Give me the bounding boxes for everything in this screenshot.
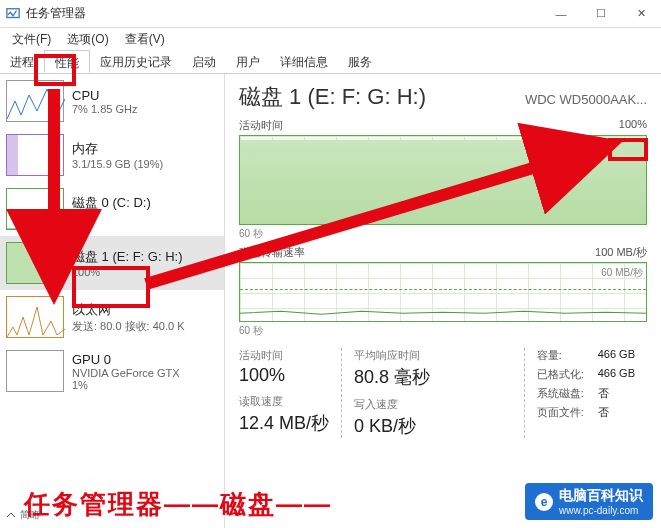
sidebar-item-sub: NVIDIA GeForce GTX	[72, 367, 180, 379]
tab-processes[interactable]: 进程	[0, 50, 44, 73]
svg-line-4	[146, 148, 600, 284]
chevron-up-icon	[6, 510, 16, 520]
tab-users[interactable]: 用户	[226, 50, 270, 73]
menu-bar: 文件(F) 选项(O) 查看(V)	[0, 28, 661, 50]
sidebar-item-sub2: 1%	[72, 379, 180, 391]
tab-details[interactable]: 详细信息	[270, 50, 338, 73]
active-time-stat-value: 100%	[239, 365, 329, 386]
pagefile-value: 否	[598, 405, 635, 420]
minimize-button[interactable]: —	[541, 0, 581, 28]
detail-title: 磁盘 1 (E: F: G: H:)	[239, 82, 426, 112]
sidebar-item-label: CPU	[72, 88, 137, 103]
active-time-max: 100%	[619, 118, 647, 133]
throughput-xaxis: 60 秒	[239, 324, 647, 338]
close-button[interactable]: ✕	[621, 0, 661, 28]
watermark: e 电脑百科知识 www.pc-daily.com	[525, 483, 653, 520]
sidebar-item-gpu0[interactable]: GPU 0 NVIDIA GeForce GTX 1%	[0, 344, 224, 398]
app-icon	[6, 7, 20, 21]
tab-app-history[interactable]: 应用历史记录	[90, 50, 182, 73]
active-time-stat-label: 活动时间	[239, 348, 329, 363]
detail-model: WDC WD5000AAK...	[525, 92, 647, 107]
annotation-arrow-down	[39, 89, 69, 273]
gpu0-thumb	[6, 350, 64, 392]
read-speed-label: 读取速度	[239, 394, 329, 409]
sysdisk-label: 系统磁盘:	[537, 386, 584, 401]
sysdisk-value: 否	[598, 386, 635, 401]
sidebar-item-sub: 7% 1.85 GHz	[72, 103, 137, 115]
tab-strip: 进程 性能 应用历史记录 启动 用户 详细信息 服务	[0, 50, 661, 74]
sidebar-item-label: GPU 0	[72, 352, 180, 367]
annotation-caption: 任务管理器——磁盘——	[24, 487, 332, 522]
tab-performance[interactable]: 性能	[44, 50, 90, 73]
watermark-brand: 电脑百科知识	[559, 487, 643, 503]
ethernet-thumb	[6, 296, 64, 338]
avg-response-label: 平均响应时间	[354, 348, 430, 363]
pagefile-label: 页面文件:	[537, 405, 584, 420]
maximize-button[interactable]: ☐	[581, 0, 621, 28]
menu-options[interactable]: 选项(O)	[59, 31, 116, 48]
stats-row: 活动时间 100% 读取速度 12.4 MB/秒 平均响应时间 80.8 毫秒 …	[239, 348, 647, 438]
menu-file[interactable]: 文件(F)	[4, 31, 59, 48]
read-speed-value: 12.4 MB/秒	[239, 411, 329, 435]
capacity-label: 容量:	[537, 348, 584, 363]
menu-view[interactable]: 查看(V)	[117, 31, 173, 48]
formatted-value: 466 GB	[598, 367, 635, 382]
write-speed-label: 写入速度	[354, 397, 430, 412]
watermark-icon: e	[535, 493, 553, 511]
sidebar-item-cpu[interactable]: CPU 7% 1.85 GHz	[0, 74, 224, 128]
capacity-value: 466 GB	[598, 348, 635, 363]
title-bar: 任务管理器 — ☐ ✕	[0, 0, 661, 28]
sidebar-item-sub: 发送: 80.0 接收: 40.0 K	[72, 319, 185, 334]
tab-services[interactable]: 服务	[338, 50, 382, 73]
avg-response-value: 80.8 毫秒	[354, 365, 430, 389]
active-time-label: 活动时间	[239, 118, 283, 133]
window-title: 任务管理器	[26, 5, 541, 22]
annotation-arrow-diagonal	[138, 132, 618, 306]
tab-startup[interactable]: 启动	[182, 50, 226, 73]
watermark-url: www.pc-daily.com	[559, 505, 643, 516]
write-speed-value: 0 KB/秒	[354, 414, 430, 438]
formatted-label: 已格式化:	[537, 367, 584, 382]
